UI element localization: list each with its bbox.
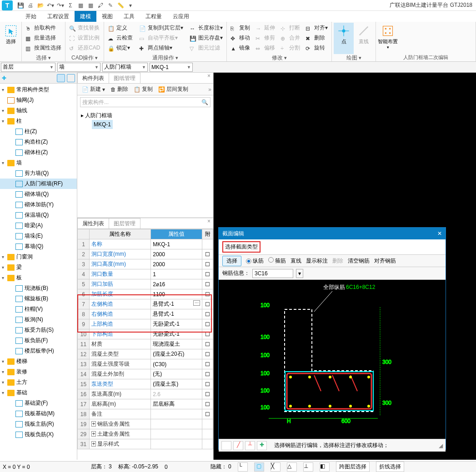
property-row[interactable]: 29+土建业务属性 [78,429,213,439]
sb-icon-b[interactable]: ▢ [254,462,264,472]
qat-sum-icon[interactable]: Σ [66,1,75,10]
tree-item[interactable]: ▾土方 [0,377,77,388]
property-row[interactable]: 11材质现浇混凝土☐ [78,339,213,349]
length-dim-button[interactable]: ↔长度标注 ▾ [188,23,225,33]
auto-align-button[interactable]: ▭自动平齐板 ▾ [137,33,185,43]
type-select[interactable]: 人防门框墙▼ [102,63,148,72]
tree-item[interactable]: 墙垛(E) [0,231,77,241]
tree-item[interactable]: 螺旋板(B) [0,293,77,304]
menu-tools[interactable]: 工具 [118,11,140,22]
split-button[interactable]: ÷分割 [279,43,302,53]
qat-redo-icon[interactable]: ↷▾ [56,1,65,10]
delete-button[interactable]: ✖删除 [304,33,330,43]
property-row[interactable]: 3洞口高度(mm)2000☐ [78,259,213,269]
tree-item[interactable]: 砌体柱(Z) [0,147,77,158]
property-row[interactable]: 15泵送类型(混凝土泵)☐ [78,379,213,389]
dialog-titlebar[interactable]: 截面编辑 ✕ [219,228,446,239]
merge-button[interactable]: ⊕合并 [279,33,302,43]
tree-item[interactable]: 剪力墙(Q) [0,168,77,179]
tree-item[interactable]: 轴网(J) [0,95,77,105]
menu-start[interactable]: 开始 [20,11,42,22]
pick-element-button[interactable]: 🖱拾取构件 [24,23,63,33]
component-tree[interactable]: ▾常用构件类型轴网(J)▾轴线▾柱柱(Z)构造柱(Z)砌体柱(Z)▾墙剪力墙(Q… [0,84,77,460]
tree-item[interactable]: 柱(Z) [0,126,77,137]
tree-view-icon[interactable] [67,74,75,82]
dlg-select-button[interactable]: 选择 [222,256,241,266]
property-row[interactable]: 14混凝土外加剂(无)☐ [78,369,213,379]
property-row[interactable]: 19+钢筋业务属性 [78,419,213,429]
extend-button[interactable]: →延伸 [254,23,277,33]
sb-icon-c[interactable]: ╳ [271,462,281,472]
property-row[interactable]: 16泵送高度(m)2.6☐ [78,389,213,399]
tree-item[interactable]: 砌体加筋(Y) [0,199,77,210]
tab-layers[interactable]: 图层管理 [109,218,140,229]
floor-copy-button[interactable]: 🔁 层间复制 [158,85,188,93]
dialog-close-icon[interactable]: ✕ [437,230,442,237]
tree-item[interactable]: 人防门框墙(RF) [0,179,77,189]
close-icon[interactable]: × [205,218,213,229]
trim-button[interactable]: ✂修剪 [254,33,277,43]
tree-item[interactable]: ▾柱 [0,116,77,126]
category-select[interactable]: 墙▼ [57,63,100,72]
dlg-show-dim-button[interactable]: 显示标注 [306,257,328,265]
add-icon[interactable]: ✚ [2,75,6,81]
set-scale-button[interactable]: ⛶设置比例 [67,33,102,43]
menu-project[interactable]: 工程设置 [42,11,75,22]
tree-item[interactable]: ▾墙 [0,158,77,168]
delete-component-button[interactable]: 🗑 删除 [110,85,128,93]
qat-table-icon[interactable]: ▦ [76,1,85,10]
property-row[interactable]: 7左侧构造悬臂式-1 ⋯☐ [78,299,213,309]
dropdown-icon[interactable]: ▾ [296,269,303,278]
tree-item[interactable]: 楼层板带(H) [0,346,77,356]
property-row[interactable]: 4洞口数量1☐ [78,269,213,279]
tree-item[interactable]: 基础梁(F) [0,398,77,408]
property-row[interactable]: 8右侧构造悬臂式-1☐ [78,309,213,319]
menu-view[interactable]: 视图 [96,11,118,22]
property-row[interactable]: 1名称MKQ-1 [78,239,213,249]
property-row[interactable]: 13混凝土强度等级(C30)☐ [78,359,213,369]
tree-item[interactable]: 筏板负筋(X) [0,429,77,440]
copy-button[interactable]: ⎘复制 [229,23,252,33]
qat-undo-icon[interactable]: ↶▾ [46,1,55,10]
qat-open-icon[interactable]: 📂 [36,1,45,10]
property-row[interactable]: 12混凝土类型(混凝土20石)☐ [78,349,213,359]
break-button[interactable]: ⊹打断 [279,23,302,33]
dlg-delete-button[interactable]: 删除 [332,257,343,265]
property-row[interactable]: 17底标高(m)层底标高☐ [78,399,213,409]
tab-drawing-mgmt[interactable]: 图纸管理 [109,73,140,83]
sb-icon-d[interactable]: △ [287,462,297,472]
cloud-check-button[interactable]: ☁云检查 [106,33,135,43]
line-button[interactable]: 直线 [354,23,374,54]
elem-filter-button[interactable]: ▽图元过滤 [188,43,225,53]
select-big-button[interactable]: 选择 [2,23,20,54]
offset-button[interactable]: ⇔偏移 [254,43,277,53]
tree-item[interactable]: ▾梁 [0,262,77,273]
point-button[interactable]: 点 [334,23,354,54]
qat-check-icon[interactable]: ▦ [86,1,95,10]
tree-item[interactable]: ▾装修 [0,367,77,377]
new-button[interactable]: 📄 新建 ▾ [82,85,105,93]
property-row[interactable]: 2洞口宽度(mm)2000☐ [78,249,213,259]
mirror-button[interactable]: ▲镜像 [229,43,252,53]
tree-item[interactable]: ▾轴线 [0,105,77,116]
menu-cloud[interactable]: 云应用 [167,11,195,22]
close-icon[interactable]: × [205,73,213,83]
restore-cad-button[interactable]: ↺还原CAD [67,43,102,53]
radio-stirrup[interactable]: 箍筋 [268,257,286,265]
elem-save-button[interactable]: 💾图元存盘 ▾ [188,33,225,43]
tree-item[interactable]: 板负筋(F) [0,335,77,346]
tree-item[interactable]: 现浇板(B) [0,283,77,293]
more-icon[interactable]: » [208,86,211,93]
dlg-align-rebar-button[interactable]: 对齐钢筋 [374,257,396,265]
tree-item[interactable]: 板洞(N) [0,314,77,325]
tree-item[interactable]: ▾板 [0,273,77,283]
component-instances-tree[interactable]: ▸ 人防门框墙 MKQ-1 [77,109,213,131]
sb-icon-1[interactable] [221,441,231,450]
property-row[interactable]: 31+显示样式 [78,439,213,449]
align-button[interactable]: ⊟对齐 ▾ [304,23,330,33]
move-button[interactable]: ✥移动 [229,33,252,43]
tree-item[interactable]: 砌体墙(Q) [0,189,77,199]
lock-button[interactable]: 🔒锁定 ▾ [106,43,135,53]
floor-select[interactable]: 首层▼ [1,63,55,72]
tree-item[interactable]: 筏板基础(M) [0,408,77,419]
